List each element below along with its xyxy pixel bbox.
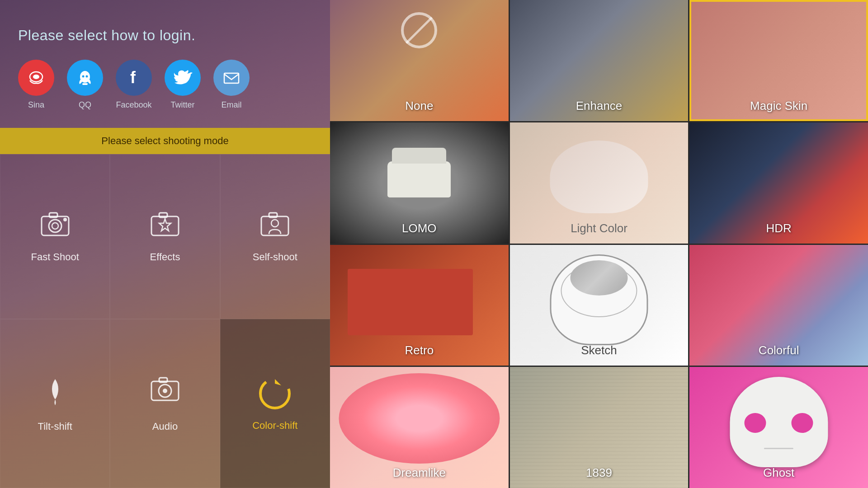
svg-marker-14 bbox=[159, 219, 171, 231]
sina-label: Sina bbox=[28, 100, 44, 110]
filter-ghost[interactable]: Ghost bbox=[689, 367, 868, 488]
filter-ghost-label: Ghost bbox=[689, 466, 868, 480]
login-section: Please select how to login. Sina bbox=[0, 0, 330, 123]
filter-magic-skin[interactable]: Magic Skin bbox=[689, 0, 868, 121]
facebook-label: Facebook bbox=[116, 100, 151, 110]
filter-dreamlike[interactable]: Dreamlike bbox=[330, 367, 509, 488]
sina-login[interactable]: Sina bbox=[18, 60, 54, 110]
svg-rect-7 bbox=[224, 73, 239, 83]
audio-button[interactable]: Audio bbox=[110, 319, 220, 488]
shooting-mode-banner: Please select shooting mode bbox=[0, 128, 330, 154]
svg-point-21 bbox=[163, 389, 167, 393]
filter-retro-label: Retro bbox=[330, 343, 509, 357]
svg-rect-11 bbox=[49, 213, 57, 217]
svg-point-3 bbox=[82, 75, 85, 78]
audio-icon bbox=[149, 375, 181, 413]
effects-button[interactable]: Effects bbox=[110, 154, 220, 319]
effects-icon bbox=[149, 210, 181, 243]
fast-shoot-label: Fast Shoot bbox=[31, 251, 79, 263]
left-panel: Please select how to login. Sina bbox=[0, 0, 330, 488]
svg-point-12 bbox=[63, 218, 67, 221]
filter-lomo[interactable]: LOMO bbox=[330, 122, 509, 244]
filter-sketch[interactable]: Sketch bbox=[510, 245, 689, 366]
filter-retro[interactable]: Retro bbox=[330, 245, 509, 366]
filter-colorful-label: Colorful bbox=[689, 343, 868, 357]
email-label: Email bbox=[221, 100, 241, 110]
filter-light-color[interactable]: Light Color bbox=[510, 122, 689, 244]
fast-shoot-icon bbox=[39, 210, 71, 243]
svg-point-10 bbox=[52, 223, 58, 229]
login-title: Please select how to login. bbox=[18, 27, 312, 44]
svg-point-9 bbox=[49, 220, 61, 232]
social-icons-row: Sina QQ f bbox=[18, 60, 312, 110]
svg-rect-22 bbox=[159, 378, 167, 382]
retro-tram-shape bbox=[348, 269, 472, 335]
filter-hdr[interactable]: HDR bbox=[689, 122, 868, 244]
qq-icon bbox=[67, 60, 103, 96]
svg-point-17 bbox=[271, 220, 278, 227]
svg-rect-15 bbox=[159, 213, 167, 217]
none-icon bbox=[401, 12, 437, 48]
facebook-login[interactable]: f Facebook bbox=[116, 60, 152, 110]
svg-point-4 bbox=[86, 75, 88, 78]
filter-1839-label: 1839 bbox=[510, 466, 689, 480]
ghost-skull-shape bbox=[730, 377, 828, 468]
self-shoot-label: Self-shoot bbox=[253, 251, 297, 263]
filter-1839[interactable]: 1839 bbox=[510, 367, 689, 488]
filter-none-label: None bbox=[330, 99, 509, 113]
filter-lomo-label: LOMO bbox=[330, 221, 509, 235]
self-shoot-button[interactable]: Self-shoot bbox=[220, 154, 330, 319]
filter-sketch-label: Sketch bbox=[510, 343, 689, 357]
effects-label: Effects bbox=[150, 251, 180, 263]
lomo-bus-shape bbox=[387, 161, 451, 197]
filter-enhance-label: Enhance bbox=[510, 99, 689, 113]
color-shift-button[interactable]: Color-shift bbox=[220, 319, 330, 488]
tilt-shift-button[interactable]: Tilt-shift bbox=[0, 319, 110, 488]
email-icon bbox=[213, 60, 250, 96]
twitter-label: Twitter bbox=[170, 100, 194, 110]
svg-text:f: f bbox=[130, 68, 136, 87]
self-shoot-icon bbox=[259, 210, 291, 243]
filter-enhance[interactable]: Enhance bbox=[510, 0, 689, 121]
svg-rect-18 bbox=[269, 213, 277, 217]
filter-magic-skin-bg bbox=[689, 0, 868, 121]
tilt-shift-icon bbox=[39, 375, 71, 413]
svg-rect-5 bbox=[82, 83, 88, 85]
fast-shoot-button[interactable]: Fast Shoot bbox=[0, 154, 110, 319]
twitter-login[interactable]: Twitter bbox=[165, 60, 201, 110]
svg-marker-24 bbox=[275, 379, 281, 385]
filter-none[interactable]: None bbox=[330, 0, 509, 121]
twitter-icon bbox=[165, 60, 201, 96]
filter-light-color-label: Light Color bbox=[510, 221, 689, 235]
color-shift-icon bbox=[257, 375, 293, 412]
filters-panel: None Enhance Magic Skin LOMO Light Color… bbox=[330, 0, 868, 488]
sketch-face-shape bbox=[550, 254, 648, 345]
email-login[interactable]: Email bbox=[213, 60, 250, 110]
filter-dreamlike-label: Dreamlike bbox=[330, 466, 509, 480]
audio-label: Audio bbox=[152, 421, 178, 432]
qq-login[interactable]: QQ bbox=[67, 60, 103, 110]
facebook-icon: f bbox=[116, 60, 152, 96]
qq-label: QQ bbox=[79, 100, 91, 110]
shooting-grid: Fast Shoot Effects Self-s bbox=[0, 154, 330, 488]
filter-hdr-label: HDR bbox=[689, 221, 868, 235]
svg-point-1 bbox=[33, 75, 39, 79]
tilt-shift-label: Tilt-shift bbox=[38, 421, 72, 432]
filter-colorful[interactable]: Colorful bbox=[689, 245, 868, 366]
filter-magic-skin-label: Magic Skin bbox=[689, 99, 868, 113]
sina-icon bbox=[18, 60, 54, 96]
color-shift-label: Color-shift bbox=[252, 420, 297, 432]
